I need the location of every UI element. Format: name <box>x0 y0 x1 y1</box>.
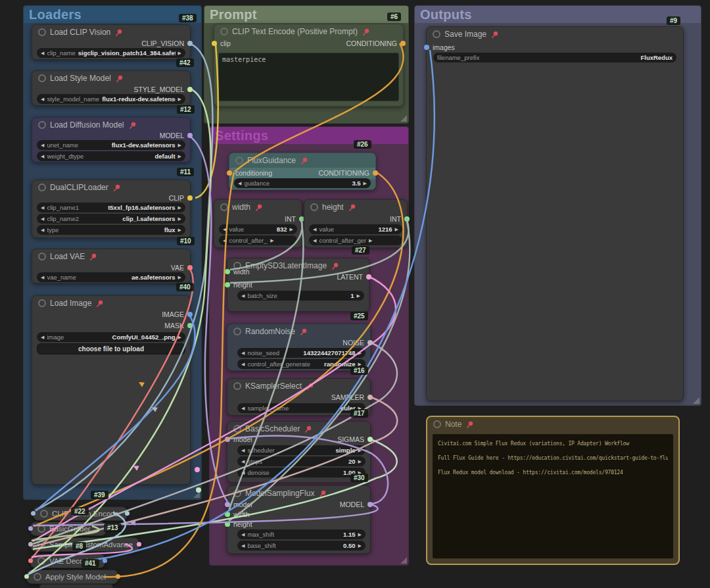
upload-button[interactable]: choose file to upload <box>37 343 185 355</box>
slot-dot[interactable] <box>225 502 230 507</box>
node-modelsamplingflux[interactable]: ModelSamplingFlux model width height MOD… <box>227 485 371 554</box>
prev-arrow-icon[interactable]: ◀ <box>41 97 44 102</box>
prev-arrow-icon[interactable]: ◀ <box>241 532 245 537</box>
input-conditioning[interactable]: conditioning <box>227 168 272 178</box>
next-arrow-icon[interactable]: ▶ <box>358 351 362 356</box>
prev-arrow-icon[interactable]: ◀ <box>241 406 245 411</box>
prev-arrow-icon[interactable]: ◀ <box>241 470 245 476</box>
prev-arrow-icon[interactable]: ◀ <box>241 543 245 549</box>
node-apply-style-model[interactable]: Apply Style Model <box>26 570 118 584</box>
node-clip-text-encode[interactable]: CLIP Text Encode (Positive Prompt) clip … <box>214 24 404 107</box>
slot-dot[interactable] <box>31 511 36 516</box>
collapse-toggle[interactable] <box>433 420 441 428</box>
slot-dot[interactable] <box>225 522 230 527</box>
widget-batch-size[interactable]: ◀batch_size1▶ <box>237 291 364 301</box>
slot-dot[interactable] <box>366 274 371 280</box>
node-fluxguidance[interactable]: FluxGuidance conditioning CONDITIONING ◀… <box>229 153 376 190</box>
prev-arrow-icon[interactable]: ◀ <box>241 459 245 464</box>
next-arrow-icon[interactable]: ▶ <box>178 228 181 233</box>
next-arrow-icon[interactable]: ▶ <box>358 543 362 549</box>
output-sigmas[interactable]: SIGMAS <box>337 435 373 444</box>
collapse-toggle[interactable] <box>233 425 241 433</box>
next-arrow-icon[interactable]: ▶ <box>178 335 181 340</box>
widget-filename-prefix[interactable]: filename_prefixFluxRedux <box>433 53 676 62</box>
prev-arrow-icon[interactable]: ◀ <box>41 335 44 340</box>
next-arrow-icon[interactable]: ▶ <box>369 238 372 243</box>
widget-value[interactable]: ◀value832▶ <box>219 224 297 234</box>
slot-dot[interactable] <box>367 395 373 400</box>
node-save-image[interactable]: Save Image images filename_prefixFluxRed… <box>426 26 684 401</box>
widget-denoise[interactable]: ◀denoise1.00▶ <box>237 468 366 478</box>
slot-dot[interactable] <box>28 542 33 547</box>
slot-dot[interactable] <box>225 437 230 442</box>
next-arrow-icon[interactable]: ▶ <box>290 227 293 232</box>
slot-dot[interactable] <box>24 574 29 579</box>
collapse-toggle[interactable] <box>233 382 241 390</box>
prev-arrow-icon[interactable]: ◀ <box>238 181 241 186</box>
prev-arrow-icon[interactable]: ◀ <box>223 238 226 243</box>
next-arrow-icon[interactable]: ▶ <box>178 51 181 56</box>
collapse-toggle[interactable] <box>37 525 45 533</box>
widget-max-shift[interactable]: ◀max_shift1.15▶ <box>237 529 366 539</box>
next-arrow-icon[interactable]: ▶ <box>178 205 181 210</box>
slot-dot[interactable] <box>373 170 378 176</box>
collapse-toggle[interactable] <box>38 184 46 191</box>
input-width[interactable]: width <box>225 267 250 276</box>
slot-dot[interactable] <box>367 437 373 442</box>
widget-value[interactable]: ◀value1216▶ <box>309 224 402 234</box>
slot-dot[interactable] <box>225 269 230 274</box>
next-arrow-icon[interactable]: ▶ <box>178 216 181 222</box>
input-height[interactable]: height <box>225 280 252 289</box>
widget-control-after-generate[interactable]: ◀control_after_generate.▶ <box>309 235 402 245</box>
output-image[interactable]: IMAGE <box>162 310 193 319</box>
note-textarea[interactable]: Civitai.com Simple Flux Redux (variation… <box>433 434 673 558</box>
widget-control-after-generate[interactable]: ◀control_after_generate.▶ <box>219 235 297 245</box>
node-ksamplerselect[interactable]: KSamplerSelect SAMPLER ◀sampler_nameeule… <box>227 378 371 416</box>
slot-dot[interactable] <box>137 542 141 547</box>
input-width[interactable]: width <box>225 510 250 519</box>
widget-style-model-name[interactable]: ◀style_model_nameflux1-redux-dev.safeten… <box>37 94 185 104</box>
collapse-toggle[interactable] <box>233 328 241 335</box>
input-height[interactable]: height <box>225 520 252 529</box>
next-arrow-icon[interactable]: ▶ <box>270 238 273 243</box>
slot-dot[interactable] <box>404 216 410 222</box>
collapse-toggle[interactable] <box>235 157 243 164</box>
next-arrow-icon[interactable]: ▶ <box>358 532 362 537</box>
next-arrow-icon[interactable]: ▶ <box>178 97 181 102</box>
node-load-vae[interactable]: Load VAE VAE ◀vae_nameae.safetensors▶ <box>32 249 191 283</box>
widget-image[interactable]: ◀imageComfyUI_04452_.png▶ <box>37 332 185 342</box>
output-clip[interactable]: CLIP <box>169 193 193 203</box>
widget-clip-name[interactable]: ◀clip_namesigclip_vision_patch14_384.saf… <box>37 48 185 58</box>
output-latent[interactable]: LATENT <box>337 272 371 282</box>
output-mask[interactable]: MASK <box>164 321 193 330</box>
prev-arrow-icon[interactable]: ◀ <box>41 216 44 222</box>
prev-arrow-icon[interactable]: ◀ <box>41 154 44 159</box>
prompt-textarea[interactable]: masterpiece <box>218 53 399 101</box>
node-height[interactable]: height INT ◀value1216▶ ◀control_after_ge… <box>304 199 408 248</box>
output-vae[interactable]: VAE <box>171 263 193 272</box>
collapse-toggle[interactable] <box>38 121 46 129</box>
output-noise[interactable]: NOISE <box>343 338 373 347</box>
slot-dot[interactable] <box>225 282 230 287</box>
output-sampler[interactable]: SAMPLER <box>331 393 373 402</box>
slot-dot[interactable] <box>116 574 120 579</box>
slot-dot[interactable] <box>187 87 193 92</box>
widget-unet-name[interactable]: ◀unet_nameflux1-dev.safetensors▶ <box>37 140 185 150</box>
input-images[interactable]: images <box>424 43 455 52</box>
prev-arrow-icon[interactable]: ◀ <box>41 205 44 210</box>
collapse-toggle[interactable] <box>220 203 228 211</box>
prev-arrow-icon[interactable]: ◀ <box>313 238 316 243</box>
slot-dot[interactable] <box>367 340 373 345</box>
next-arrow-icon[interactable]: ▶ <box>178 143 181 148</box>
output-conditioning[interactable]: CONDITIONING <box>318 168 378 178</box>
slot-dot[interactable] <box>187 133 193 138</box>
slot-dot[interactable] <box>367 502 373 507</box>
slot-dot[interactable] <box>28 558 33 563</box>
prev-arrow-icon[interactable]: ◀ <box>223 227 226 232</box>
prev-arrow-icon[interactable]: ◀ <box>313 227 316 232</box>
node-load-clip-vision[interactable]: Load CLIP Vision CLIP_VISION ◀clip_names… <box>32 24 191 60</box>
widget-base-shift[interactable]: ◀base_shift0.50▶ <box>237 541 366 551</box>
collapse-toggle[interactable] <box>220 28 228 36</box>
group-settings-title[interactable]: Settings <box>210 127 408 144</box>
slot-dot[interactable] <box>227 170 232 176</box>
